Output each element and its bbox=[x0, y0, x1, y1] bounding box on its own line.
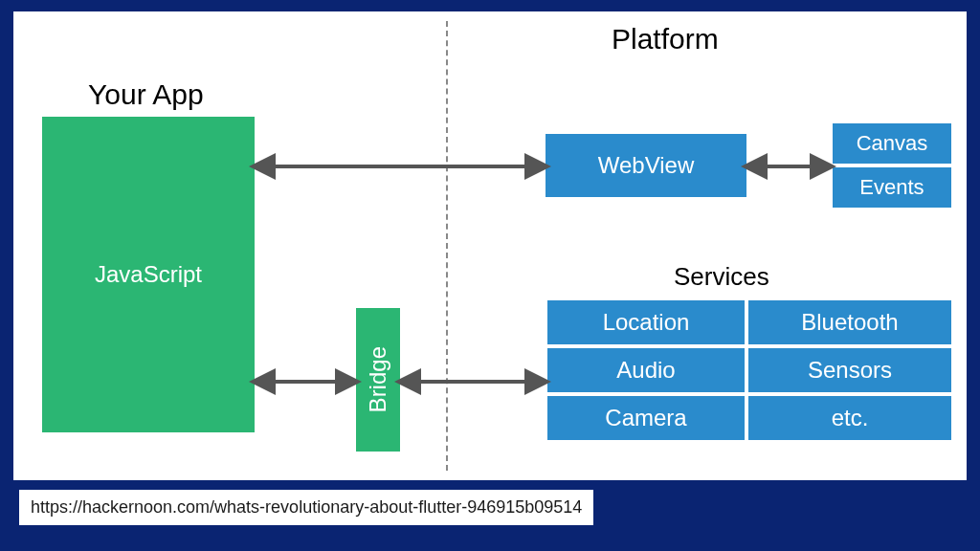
camera-box-label: Camera bbox=[605, 405, 686, 431]
javascript-box: JavaScript bbox=[42, 117, 255, 432]
events-box-label: Events bbox=[859, 175, 924, 200]
bluetooth-box: Bluetooth bbox=[746, 298, 953, 346]
arrow-js-webview bbox=[255, 155, 546, 178]
arrow-js-bridge bbox=[255, 370, 356, 393]
audio-box: Audio bbox=[546, 346, 746, 394]
webview-box-label: WebView bbox=[598, 152, 695, 179]
location-box: Location bbox=[546, 298, 746, 346]
camera-box: Camera bbox=[546, 394, 746, 442]
canvas-box-label: Canvas bbox=[857, 131, 928, 156]
bridge-box: Bridge bbox=[356, 308, 400, 452]
diagram-canvas: Your App Platform Services JavaScript Br… bbox=[13, 11, 967, 480]
location-box-label: Location bbox=[603, 309, 690, 336]
etc-box: etc. bbox=[746, 394, 953, 442]
platform-label: Platform bbox=[612, 23, 719, 55]
bluetooth-box-label: Bluetooth bbox=[801, 309, 898, 336]
arrow-bridge-services bbox=[400, 370, 546, 393]
divider-line bbox=[446, 21, 448, 471]
sensors-box: Sensors bbox=[746, 346, 953, 394]
canvas-box: Canvas bbox=[831, 121, 953, 165]
arrow-webview-canvas bbox=[746, 155, 831, 178]
audio-box-label: Audio bbox=[616, 357, 675, 384]
source-caption: https://hackernoon.com/whats-revolutiona… bbox=[19, 490, 593, 525]
javascript-box-label: JavaScript bbox=[95, 261, 202, 288]
events-box: Events bbox=[831, 165, 953, 209]
webview-box: WebView bbox=[546, 134, 746, 197]
services-label: Services bbox=[674, 262, 769, 292]
bridge-box-label: Bridge bbox=[365, 346, 391, 412]
etc-box-label: etc. bbox=[832, 405, 869, 431]
sensors-box-label: Sensors bbox=[808, 357, 892, 384]
your-app-label: Your App bbox=[88, 78, 204, 111]
